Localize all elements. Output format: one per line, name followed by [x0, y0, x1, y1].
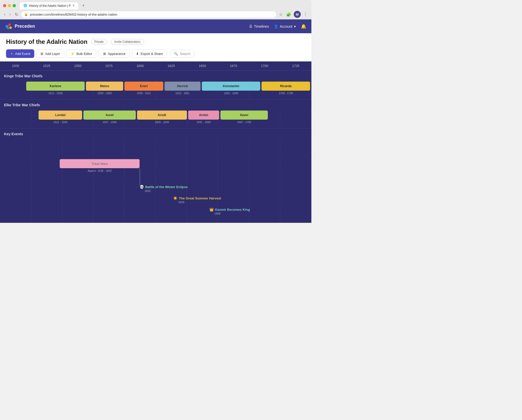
- add-event-button[interactable]: ＋ Add Event: [6, 49, 34, 58]
- toolbar: ＋ Add Event ⊞ Add Layer ⚡ Bulk Editor 🖥 …: [6, 49, 305, 61]
- active-tab[interactable]: 🌐 History of the Adalric Nation | P ✕: [20, 2, 78, 9]
- section-label: Kinge Tribe War Chiefs: [0, 71, 311, 80]
- svg-point-3: [7, 27, 9, 29]
- event-bar-evert[interactable]: Evert: [124, 82, 163, 91]
- timeline-header: 1500152515501575160016251650167517001725: [0, 61, 311, 71]
- browser-actions: ☆ 🧩 M ⋮: [278, 11, 308, 18]
- private-badge[interactable]: Private: [91, 39, 107, 45]
- refresh-button[interactable]: ↻: [14, 11, 19, 18]
- logo-text: Preceden: [15, 24, 35, 29]
- back-button[interactable]: ‹: [3, 11, 6, 18]
- address-bar[interactable]: 🔒 preceden.com/timelines/829402-history-…: [21, 11, 276, 18]
- event-bar-konstantin[interactable]: Konstantin: [202, 82, 260, 91]
- event-date-label: 1590 - 1621: [124, 92, 163, 95]
- appearance-button[interactable]: 🖥 Appearance: [99, 50, 130, 58]
- bulk-editor-button[interactable]: ⚡ Bulk Editor: [66, 50, 96, 58]
- layers-icon: ⊞: [41, 52, 43, 56]
- notification-button[interactable]: 🔔: [301, 24, 306, 29]
- event-date-label: 1511 - 1558: [26, 92, 85, 95]
- svg-point-1: [8, 23, 11, 26]
- bulk-editor-label: Bulk Editor: [76, 52, 92, 56]
- event-date-label: 1557 - 1599: [83, 121, 136, 124]
- event-name: Kasmir Becomes King: [215, 208, 250, 212]
- event-date-label: 1700 - 1739: [262, 92, 310, 95]
- point-event-the-great-summer-harvest[interactable]: ☀️The Great Summer Harvest1629: [173, 196, 221, 204]
- event-date-label: 1600 - 1640: [137, 121, 187, 124]
- search-box[interactable]: 🔍 Search: [170, 50, 194, 58]
- export-icon: ⬇: [136, 52, 139, 56]
- event-bar-herrick[interactable]: Herrick: [165, 82, 201, 91]
- range-event-date-label: Approx. 1538 - 1602: [60, 169, 139, 172]
- time-marker: 1700: [249, 64, 280, 68]
- new-tab-button[interactable]: +: [80, 2, 87, 9]
- bookmark-btn[interactable]: ☆: [278, 11, 284, 18]
- timeline-section-elke: Elke Tribe War ChiefsLorelei1521 - 1556A…: [0, 99, 311, 128]
- event-icon: 💀: [140, 185, 144, 189]
- tab-close-btn[interactable]: ✕: [72, 4, 75, 7]
- timelines-label: Timelines: [254, 24, 269, 28]
- tab-title: History of the Adalric Nation | P: [29, 4, 71, 8]
- account-nav-btn[interactable]: 👤 Account ▾: [274, 24, 296, 28]
- event-bar-lorelei[interactable]: Lorelei: [39, 111, 82, 120]
- event-bar-ricarda[interactable]: Ricarda: [262, 82, 310, 91]
- event-date-label: 1622 - 1651: [165, 92, 201, 95]
- account-label: Account: [280, 24, 292, 28]
- menu-btn[interactable]: ⋮: [302, 11, 308, 18]
- event-bar-arndt[interactable]: Arndt: [137, 111, 187, 120]
- event-bar-xaver[interactable]: Xaver: [220, 111, 268, 120]
- add-event-label: Add Event: [15, 52, 30, 56]
- browser-nav-bar: ‹ › ↻ 🔒 preceden.com/timelines/829402-hi…: [0, 9, 311, 19]
- time-marker: 1600: [124, 64, 156, 68]
- window-controls: [3, 4, 16, 7]
- event-bar-meino[interactable]: Meino: [86, 82, 123, 91]
- logo[interactable]: Preceden: [5, 23, 35, 30]
- header-nav: ☰ Timelines 👤 Account ▾ 🔔: [249, 24, 306, 29]
- maximize-window-btn[interactable]: [13, 4, 16, 7]
- minimize-window-btn[interactable]: [8, 4, 11, 7]
- point-event-battle-of-the-winter-eclipse[interactable]: 💀Battle of the Winter Eclipse1602: [140, 185, 188, 192]
- section-label: Key Events: [0, 128, 311, 137]
- page-content: History of the Adalric Nation Private In…: [0, 33, 311, 61]
- event-icon: 👑: [209, 207, 214, 212]
- invite-collaborators-badge[interactable]: Invite Collaborators: [111, 39, 144, 45]
- event-date-label: 1521 - 1556: [39, 121, 82, 124]
- event-bar-karlene[interactable]: Karlene: [26, 82, 85, 91]
- time-marker: 1550: [62, 64, 93, 68]
- event-bar-armin[interactable]: Armin: [188, 111, 219, 120]
- event-name: The Great Summer Harvest: [179, 196, 221, 200]
- event-name: Battle of the Winter Eclipse: [145, 185, 188, 189]
- time-marker: 1525: [31, 64, 62, 68]
- close-window-btn[interactable]: [3, 4, 6, 7]
- time-marker: 1675: [218, 64, 249, 68]
- time-marker: 1625: [156, 64, 187, 68]
- extensions-btn[interactable]: 🧩: [285, 11, 292, 18]
- event-icon: ☀️: [173, 196, 177, 200]
- add-icon: ＋: [10, 51, 13, 56]
- point-event-year: 1629: [173, 201, 221, 204]
- timeline-section-key: Key EventsTribal WarsApprox. 1538 - 1602…: [0, 128, 311, 223]
- export-share-button[interactable]: ⬇ Export & Share: [132, 50, 167, 58]
- svg-point-2: [9, 26, 12, 29]
- appearance-icon: 🖥: [103, 52, 106, 56]
- range-event-bar[interactable]: Tribal Wars: [60, 159, 139, 168]
- page-title-row: History of the Adalric Nation Private In…: [6, 38, 305, 45]
- event-date-label: 1667 - 1705: [220, 121, 268, 124]
- add-layer-button[interactable]: ⊞ Add Layer: [36, 50, 64, 58]
- point-event-year: 1602: [140, 189, 188, 192]
- event-bar-aurel[interactable]: Aurel: [83, 111, 136, 120]
- browser-chrome: 🌐 History of the Adalric Nation | P ✕ + …: [0, 0, 311, 19]
- time-marker: 1500: [0, 64, 31, 68]
- timeline: 1500152515501575160016251650167517001725…: [0, 61, 311, 223]
- add-layer-label: Add Layer: [45, 52, 60, 56]
- profile-button[interactable]: M: [294, 11, 301, 18]
- event-date-label: 1641 - 1666: [188, 121, 219, 124]
- point-event-kasmir-becomes-king[interactable]: 👑Kasmir Becomes King1658: [209, 207, 250, 215]
- account-chevron-icon: ▾: [294, 24, 296, 28]
- search-placeholder: Search: [180, 52, 190, 56]
- page-title: History of the Adalric Nation: [6, 38, 87, 45]
- time-marker: 1650: [187, 64, 218, 68]
- forward-button[interactable]: ›: [8, 11, 12, 18]
- timelines-nav-btn[interactable]: ☰ Timelines: [249, 24, 269, 28]
- app-header: Preceden ☰ Timelines 👤 Account ▾ 🔔: [0, 19, 311, 33]
- account-icon: 👤: [274, 24, 278, 28]
